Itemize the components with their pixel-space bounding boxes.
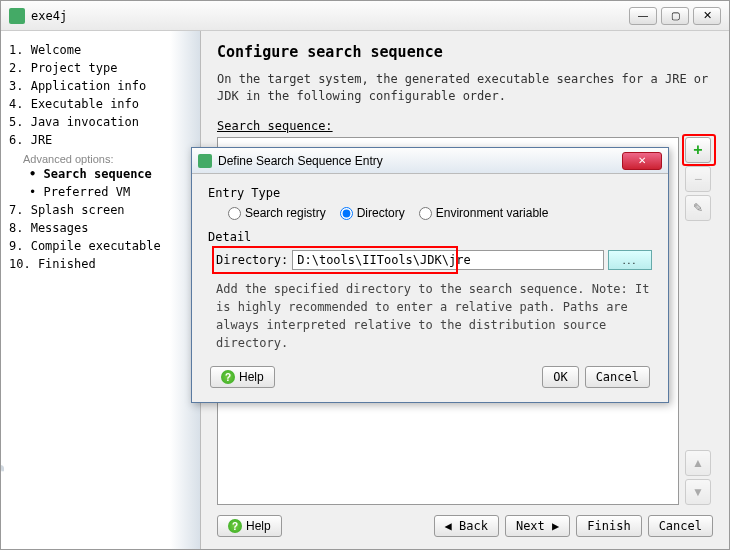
arrow-down-icon: ▼ bbox=[692, 485, 704, 499]
radio-directory-input[interactable] bbox=[340, 207, 353, 220]
directory-note: Add the specified directory to the searc… bbox=[208, 280, 652, 352]
dialog-body: Entry Type Search registry Directory Env… bbox=[192, 174, 668, 402]
page-description: On the target system, the generated exec… bbox=[217, 71, 713, 105]
radio-registry-input[interactable] bbox=[228, 207, 241, 220]
step-messages[interactable]: 8. Messages bbox=[9, 219, 192, 237]
directory-label: Directory: bbox=[216, 253, 288, 267]
substep-search-sequence[interactable]: • Search sequence bbox=[29, 165, 192, 183]
next-button[interactable]: Next ▶ bbox=[505, 515, 570, 537]
dialog-buttons: ?Help OK Cancel bbox=[208, 366, 652, 392]
radio-env-label: Environment variable bbox=[436, 206, 549, 220]
step-java-invocation[interactable]: 5. Java invocation bbox=[9, 113, 192, 131]
step-project-type[interactable]: 2. Project type bbox=[9, 59, 192, 77]
browse-button[interactable]: ... bbox=[608, 250, 652, 270]
remove-entry-button[interactable]: − bbox=[685, 166, 711, 192]
maximize-button[interactable]: ▢ bbox=[661, 7, 689, 25]
wizard-steps: 1. Welcome 2. Project type 3. Applicatio… bbox=[9, 41, 192, 149]
dialog-cancel-button[interactable]: Cancel bbox=[585, 366, 650, 388]
move-down-button[interactable]: ▼ bbox=[685, 479, 711, 505]
radio-registry-label: Search registry bbox=[245, 206, 326, 220]
directory-row: Directory: ... bbox=[208, 250, 652, 270]
help-button[interactable]: ?Help bbox=[217, 515, 282, 537]
finish-button[interactable]: Finish bbox=[576, 515, 641, 537]
brand-logo: exe4j bbox=[0, 462, 5, 537]
entry-type-radios: Search registry Directory Environment va… bbox=[208, 206, 652, 220]
minimize-button[interactable]: — bbox=[629, 7, 657, 25]
dialog-title: Define Search Sequence Entry bbox=[218, 154, 622, 168]
back-button[interactable]: ◀ Back bbox=[434, 515, 499, 537]
dialog-help-label: Help bbox=[239, 370, 264, 384]
add-entry-button[interactable]: + bbox=[685, 137, 711, 163]
cancel-button[interactable]: Cancel bbox=[648, 515, 713, 537]
window-title: exe4j bbox=[31, 9, 629, 23]
arrow-up-icon: ▲ bbox=[692, 456, 704, 470]
define-search-sequence-dialog: Define Search Sequence Entry ✕ Entry Typ… bbox=[191, 147, 669, 403]
sequence-buttons: + − ✎ ▲ ▼ bbox=[685, 137, 713, 505]
search-sequence-label: Search sequence: bbox=[217, 119, 713, 133]
dialog-icon bbox=[198, 154, 212, 168]
help-icon: ? bbox=[228, 519, 242, 533]
help-label: Help bbox=[246, 519, 271, 533]
step-jre[interactable]: 6. JRE bbox=[9, 131, 192, 149]
dialog-ok-button[interactable]: OK bbox=[542, 366, 578, 388]
move-up-button[interactable]: ▲ bbox=[685, 450, 711, 476]
radio-env-input[interactable] bbox=[419, 207, 432, 220]
radio-directory[interactable]: Directory bbox=[340, 206, 405, 220]
radio-directory-label: Directory bbox=[357, 206, 405, 220]
step-executable-info[interactable]: 4. Executable info bbox=[9, 95, 192, 113]
dialog-help-button[interactable]: ?Help bbox=[210, 366, 275, 388]
dialog-close-button[interactable]: ✕ bbox=[622, 152, 662, 170]
step-application-info[interactable]: 3. Application info bbox=[9, 77, 192, 95]
directory-input[interactable] bbox=[292, 250, 604, 270]
step-finished[interactable]: 10. Finished bbox=[9, 255, 192, 273]
radio-env-variable[interactable]: Environment variable bbox=[419, 206, 549, 220]
app-icon bbox=[9, 8, 25, 24]
step-splash-screen[interactable]: 7. Splash screen bbox=[9, 201, 192, 219]
entry-type-group: Entry Type Search registry Directory Env… bbox=[208, 186, 652, 220]
detail-group: Detail Directory: ... Add the specified … bbox=[208, 230, 652, 352]
radio-search-registry[interactable]: Search registry bbox=[228, 206, 326, 220]
window-buttons: — ▢ ✕ bbox=[629, 7, 721, 25]
entry-type-label: Entry Type bbox=[208, 186, 652, 200]
plus-icon: + bbox=[693, 141, 702, 159]
minus-icon: − bbox=[694, 171, 702, 187]
wizard-steps-2: 7. Splash screen 8. Messages 9. Compile … bbox=[9, 201, 192, 273]
edit-entry-button[interactable]: ✎ bbox=[685, 195, 711, 221]
step-welcome[interactable]: 1. Welcome bbox=[9, 41, 192, 59]
advanced-options-label: Advanced options: bbox=[23, 153, 192, 165]
sidebar: 1. Welcome 2. Project type 3. Applicatio… bbox=[1, 31, 201, 549]
page-title: Configure search sequence bbox=[217, 43, 713, 61]
step-compile-executable[interactable]: 9. Compile executable bbox=[9, 237, 192, 255]
detail-label: Detail bbox=[208, 230, 652, 244]
substep-preferred-vm[interactable]: • Preferred VM bbox=[29, 183, 192, 201]
dialog-titlebar: Define Search Sequence Entry ✕ bbox=[192, 148, 668, 174]
edit-icon: ✎ bbox=[693, 201, 703, 215]
close-button[interactable]: ✕ bbox=[693, 7, 721, 25]
wizard-footer: ?Help ◀ Back Next ▶ Finish Cancel bbox=[217, 505, 713, 537]
help-icon: ? bbox=[221, 370, 235, 384]
titlebar: exe4j — ▢ ✕ bbox=[1, 1, 729, 31]
